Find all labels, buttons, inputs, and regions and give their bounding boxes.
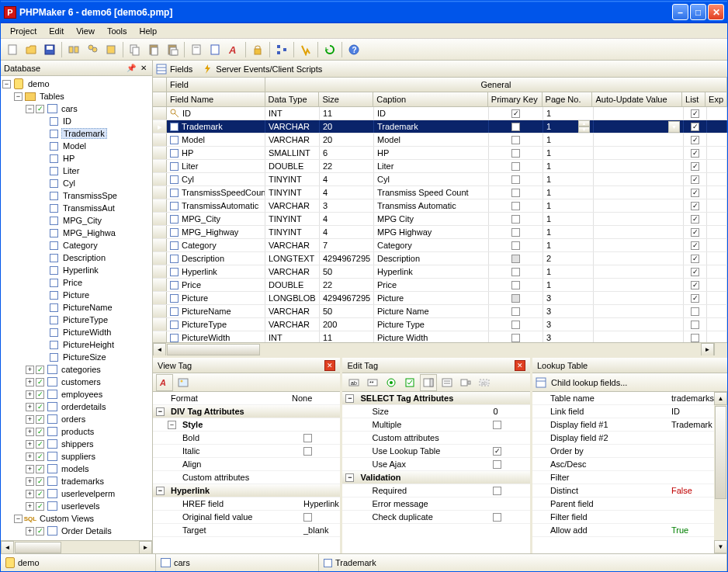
tab-fields[interactable]: Fields [156, 64, 192, 75]
tree-checkbox[interactable]: ✓ [36, 378, 44, 387]
cell-pageno[interactable]: 3 [543, 318, 594, 331]
list-checkbox[interactable]: ✓ [691, 281, 699, 289]
cell-pageno[interactable]: 3 [543, 292, 594, 304]
list-checkbox[interactable]: ✓ [691, 202, 699, 210]
cell-caption[interactable]: Transmiss Speed Count [374, 186, 489, 199]
edit-icon[interactable] [188, 41, 205, 58]
cell-caption[interactable]: Picture Name [374, 305, 489, 317]
row-handle[interactable] [153, 292, 167, 304]
cell-caption[interactable]: HP [374, 147, 489, 159]
row-handle[interactable] [153, 147, 167, 159]
row-handle[interactable] [153, 318, 167, 331]
new-icon[interactable] [4, 41, 21, 58]
collapse-icon[interactable]: − [156, 407, 165, 416]
row-handle[interactable] [153, 305, 167, 317]
cell-pageno[interactable]: 1 [543, 226, 594, 238]
tree-checkbox[interactable]: ✓ [36, 415, 44, 424]
cell-caption[interactable]: ID [374, 107, 489, 120]
cell-caption[interactable]: Category [374, 239, 489, 251]
list-checkbox[interactable]: ✓ [691, 255, 699, 263]
paste-multi-icon[interactable] [164, 41, 181, 58]
tree-node[interactable]: Model [2, 140, 151, 152]
row-handle[interactable] [153, 279, 167, 291]
cell-caption[interactable]: Hyperlink [374, 265, 489, 278]
table-row[interactable]: PictureWidthINT11Picture Width3 [153, 331, 727, 342]
tab-scripts[interactable]: Server Events/Client Scripts [202, 64, 322, 75]
table-row[interactable]: CylTINYINT4Cyl1✓ [153, 173, 727, 186]
pk-checkbox[interactable] [511, 268, 520, 276]
tree-view-icon[interactable] [273, 41, 290, 58]
fields-grid[interactable]: IDINT11ID✓1✓▸TrademarkVARCHAR20Trademark… [153, 107, 727, 342]
list-checkbox[interactable]: ✓ [691, 189, 699, 197]
tree-node[interactable]: +✓Order Details [2, 525, 151, 537]
tree-checkbox[interactable]: ✓ [36, 477, 44, 486]
tree-node[interactable]: PictureHeight [2, 338, 151, 351]
cell-autoupdate[interactable] [594, 107, 684, 120]
select-icon[interactable] [420, 374, 437, 391]
pin-icon[interactable]: 📌 [126, 63, 137, 74]
tree-node[interactable]: +✓orders [2, 413, 151, 425]
collapse-icon[interactable]: − [345, 473, 354, 482]
tree-checkbox[interactable]: ✓ [36, 490, 44, 498]
db-sync-icon[interactable] [65, 41, 82, 58]
pk-checkbox[interactable] [511, 175, 520, 184]
tree-node[interactable]: Hyperlink [2, 264, 151, 276]
tree-checkbox[interactable]: ✓ [36, 452, 44, 461]
cell-caption[interactable]: Cyl [374, 173, 489, 185]
checkdup-checkbox[interactable] [493, 513, 501, 522]
uselookup-checkbox[interactable]: ✓ [493, 447, 501, 456]
cell-autoupdate[interactable] [594, 305, 684, 317]
image-icon[interactable] [175, 374, 192, 391]
pk-checkbox[interactable] [511, 255, 520, 263]
expand-icon[interactable]: + [26, 390, 34, 399]
tree-node[interactable]: +✓products [2, 425, 151, 438]
tree-checkbox[interactable]: ✓ [36, 390, 44, 399]
expand-icon[interactable]: + [26, 490, 34, 498]
tree-checkbox[interactable]: ✓ [36, 366, 44, 374]
child-lookup-link[interactable]: Child lookup fields... [551, 378, 627, 387]
table-row[interactable]: CategoryVARCHAR7Category1✓ [153, 239, 727, 252]
tree-scrollbar[interactable]: ◄ ► [1, 540, 152, 553]
cell-autoupdate[interactable] [594, 199, 684, 212]
tree-node[interactable]: −✓cars [2, 102, 151, 115]
list-checkbox[interactable]: ✓ [691, 175, 699, 184]
row-handle[interactable] [153, 160, 167, 172]
tree-node[interactable]: Picture [2, 289, 151, 301]
tree-node[interactable]: −demo [2, 78, 151, 90]
cell-caption[interactable]: Price [374, 279, 489, 291]
list-checkbox[interactable] [691, 321, 699, 329]
tree-node[interactable]: HP [2, 152, 151, 165]
row-handle[interactable] [153, 173, 167, 185]
row-handle[interactable] [153, 252, 167, 265]
expand-icon[interactable]: + [26, 452, 34, 461]
cell-pageno[interactable]: 1 [543, 160, 594, 172]
expand-icon[interactable]: + [26, 502, 34, 511]
expand-icon[interactable]: − [14, 515, 23, 523]
cell-caption[interactable]: Picture [374, 292, 489, 304]
tree-node[interactable]: Price [2, 276, 151, 289]
cell-autoupdate[interactable] [594, 160, 684, 172]
minimize-button[interactable]: – [672, 4, 688, 20]
table-row[interactable]: ▸TrademarkVARCHAR20Trademark1▲▼▼✓ [153, 120, 727, 133]
tree-node[interactable]: PictureWidth [2, 326, 151, 338]
pk-checkbox[interactable] [511, 149, 520, 158]
cell-pageno[interactable]: 2 [543, 252, 594, 265]
grid-scrollbar-h[interactable]: ◄ ► [153, 342, 727, 355]
collapse-icon[interactable]: − [156, 487, 165, 495]
tree-checkbox[interactable]: ✓ [36, 465, 44, 473]
list-checkbox[interactable]: ✓ [691, 162, 699, 171]
tree-node[interactable]: ID [2, 115, 151, 127]
tree-node[interactable]: MPG_City [2, 214, 151, 227]
row-handle[interactable] [153, 226, 167, 238]
row-handle[interactable]: ▸ [153, 120, 167, 133]
expand-icon[interactable]: + [26, 403, 34, 411]
list-checkbox[interactable]: ✓ [691, 294, 699, 303]
text-input-icon[interactable]: ab [345, 374, 362, 391]
cell-pageno[interactable]: 1 [543, 199, 594, 212]
list-checkbox[interactable]: ✓ [691, 149, 699, 158]
col-exp[interactable]: Exp [705, 92, 727, 106]
cell-pageno[interactable]: 1 [543, 213, 594, 225]
pk-checkbox[interactable] [511, 162, 520, 171]
tree-node[interactable]: Trademark [2, 127, 151, 140]
tree-node[interactable]: +✓trademarks [2, 475, 151, 487]
